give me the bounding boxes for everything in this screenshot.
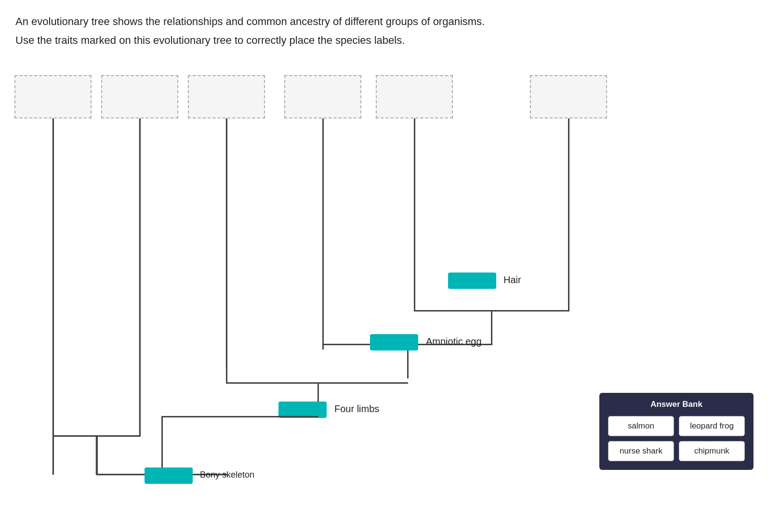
diagram-area: Hair Amniotic egg Four limbs Bony skelet… [0,65,780,499]
trait-marker-hair [448,272,496,289]
tree-node1-v [96,435,98,475]
answer-bank-title: Answer Bank [608,400,745,409]
tree-bony-node-v [161,416,163,475]
trait-label-amniotic: Amniotic egg [426,336,482,347]
answer-chip-salmon[interactable]: salmon [608,416,674,436]
intro-line1: An evolutionary tree shows the relations… [15,13,765,29]
trait-marker-fourlimbs [278,402,327,418]
tree-line-box3 [226,118,227,383]
tree-h-fourlimbs [226,382,408,384]
tree-line-box6 [568,118,569,311]
tree-line-box1 [53,118,54,475]
intro-line2: Use the traits marked on this evolutiona… [15,32,765,48]
answer-bank-grid: salmon leopard frog nurse shark chipmunk [608,416,745,461]
trait-label-fourlimbs: Four limbs [334,403,379,415]
tree-hair-node-v [491,310,492,345]
tree-line-box2 [139,118,141,436]
tree-line-box4 [322,118,324,350]
answer-chip-nurse-shark[interactable]: nurse shark [608,441,674,461]
trait-marker-bony [145,467,193,484]
trait-label-bony: Bony skeleton [200,470,254,480]
answer-chip-leopard-frog[interactable]: leopard frog [679,416,745,436]
tree-h-bony [161,416,318,417]
trait-label-hair: Hair [503,274,521,285]
tree-line-box5 [414,118,415,311]
trait-marker-amniotic [370,334,418,350]
answer-bank: Answer Bank salmon leopard frog nurse sh… [599,393,754,470]
answer-chip-chipmunk[interactable]: chipmunk [679,441,745,461]
intro-section: An evolutionary tree shows the relations… [0,0,780,56]
